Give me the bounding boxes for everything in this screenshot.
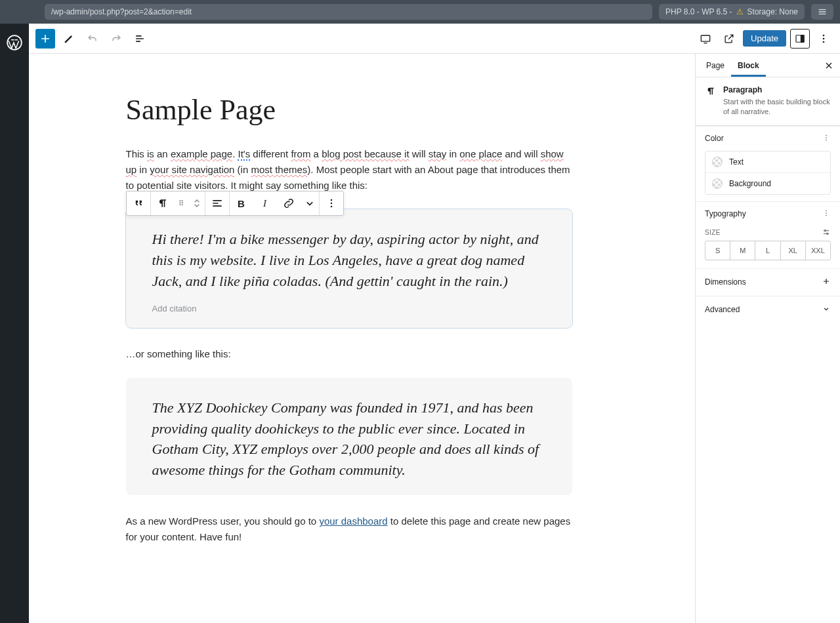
size-xl-button[interactable]: XL xyxy=(780,241,805,260)
quote-block[interactable]: Hi there! I'm a bike messenger by day, a… xyxy=(126,209,572,328)
view-button[interactable] xyxy=(696,29,715,49)
undo-button[interactable] xyxy=(83,29,102,49)
size-s-button[interactable]: S xyxy=(705,241,730,260)
paragraph-transform-icon[interactable] xyxy=(151,191,175,215)
size-m-button[interactable]: M xyxy=(730,241,755,260)
wp-admin-strip xyxy=(0,24,29,623)
color-swatch-icon xyxy=(712,178,723,189)
page-title[interactable]: Sample Page xyxy=(126,93,572,127)
tools-button[interactable] xyxy=(59,29,79,49)
size-label: SIZE xyxy=(705,229,721,236)
link-button[interactable] xyxy=(277,191,301,215)
close-sidebar-button[interactable] xyxy=(822,58,836,73)
chevron-down-icon xyxy=(822,304,831,315)
svg-point-15 xyxy=(826,214,827,216)
svg-point-4 xyxy=(823,34,825,36)
italic-button[interactable]: I xyxy=(253,191,277,215)
paragraph-icon xyxy=(705,85,717,97)
color-panel-header[interactable]: Color xyxy=(696,127,840,151)
document-overview-button[interactable] xyxy=(130,29,150,49)
quote-text[interactable]: Hi there! I'm a bike messenger by day, a… xyxy=(152,229,546,292)
font-size-presets: S M L XL XXL xyxy=(705,241,831,260)
svg-point-9 xyxy=(330,206,332,208)
dashboard-link[interactable]: your dashboard xyxy=(319,515,387,527)
block-description: Start with the basic building block of a… xyxy=(723,97,831,117)
environment-pill[interactable]: PHP 8.0 - WP 6.5 - ⚠ Storage: None xyxy=(659,4,805,20)
window-controls xyxy=(7,9,34,15)
citation-placeholder[interactable]: Add citation xyxy=(152,304,546,313)
advanced-panel[interactable]: Advanced xyxy=(696,296,840,323)
close-dot[interactable] xyxy=(7,9,13,15)
block-toolbar: ⠿ xyxy=(126,191,344,216)
url-text: /wp-admin/post.php?post=2&action=edit xyxy=(51,7,192,16)
svg-point-13 xyxy=(826,210,827,211)
color-options: Text Background xyxy=(705,151,831,195)
paragraph-block[interactable]: This is an example page. It's different … xyxy=(126,146,572,193)
svg-point-6 xyxy=(823,41,825,43)
host-menu-button[interactable] xyxy=(811,4,833,20)
editor-canvas: Sample Page This is an example page. It'… xyxy=(29,54,696,623)
update-button[interactable]: Update xyxy=(743,30,786,47)
editor-topbar: Update xyxy=(29,24,840,54)
warning-icon: ⚠ xyxy=(736,7,744,16)
env-text: PHP 8.0 - WP 6.5 - xyxy=(665,7,732,16)
more-rich-text-button[interactable] xyxy=(301,191,319,215)
redo-button[interactable] xyxy=(106,29,126,49)
dimensions-panel[interactable]: Dimensions xyxy=(696,269,840,296)
typography-panel-header[interactable]: Typography xyxy=(696,202,840,226)
block-type-quote-icon[interactable] xyxy=(127,191,150,215)
settings-sidebar: Page Block Paragraph Start with the basi… xyxy=(696,54,840,623)
svg-rect-1 xyxy=(701,35,709,41)
block-options-button[interactable] xyxy=(320,191,343,215)
block-card: Paragraph Start with the basic building … xyxy=(696,77,840,126)
color-swatch-icon xyxy=(712,157,723,167)
storage-text: Storage: None xyxy=(747,7,798,16)
align-button[interactable] xyxy=(205,191,229,215)
size-xxl-button[interactable]: XXL xyxy=(805,241,830,260)
quote-block[interactable]: The XYZ Doohickey Company was founded in… xyxy=(126,378,572,496)
quote-text[interactable]: The XYZ Doohickey Company was founded in… xyxy=(152,397,546,481)
preview-external-button[interactable] xyxy=(719,29,739,49)
svg-point-11 xyxy=(826,137,827,138)
sidebar-tabs: Page Block xyxy=(696,54,840,77)
browser-chrome: /wp-admin/post.php?post=2&action=edit PH… xyxy=(0,0,840,24)
background-color-row[interactable]: Background xyxy=(705,172,830,194)
max-dot[interactable] xyxy=(28,9,34,15)
settings-sidebar-toggle[interactable] xyxy=(790,29,810,49)
panel-menu-icon[interactable] xyxy=(822,209,831,220)
size-settings-icon[interactable] xyxy=(822,228,831,238)
panel-menu-icon[interactable] xyxy=(822,133,831,144)
tab-page[interactable]: Page xyxy=(700,54,731,77)
url-bar[interactable]: /wp-admin/post.php?post=2&action=edit xyxy=(45,4,652,20)
svg-point-5 xyxy=(823,37,825,39)
svg-point-16 xyxy=(824,230,826,231)
wordpress-logo-icon[interactable] xyxy=(6,34,23,51)
plus-icon xyxy=(822,277,831,288)
block-name: Paragraph xyxy=(723,85,831,94)
paragraph-block[interactable]: …or something like this: xyxy=(126,346,572,362)
paragraph-block[interactable]: As a new WordPress user, you should go t… xyxy=(126,513,572,545)
text-color-row[interactable]: Text xyxy=(705,151,830,172)
tab-block[interactable]: Block xyxy=(731,54,766,77)
svg-rect-3 xyxy=(801,35,805,42)
svg-point-17 xyxy=(827,233,828,234)
bold-button[interactable]: B xyxy=(230,191,253,215)
svg-point-10 xyxy=(826,134,827,136)
block-inserter-button[interactable] xyxy=(35,29,55,49)
drag-handle-icon[interactable]: ⠿ xyxy=(175,191,189,215)
svg-point-14 xyxy=(826,212,827,214)
svg-point-8 xyxy=(330,203,332,205)
options-button[interactable] xyxy=(814,29,833,49)
move-updown-icon[interactable] xyxy=(189,191,205,215)
min-dot[interactable] xyxy=(17,9,24,15)
size-l-button[interactable]: L xyxy=(755,241,780,260)
svg-point-12 xyxy=(826,139,827,140)
svg-point-7 xyxy=(330,199,332,201)
